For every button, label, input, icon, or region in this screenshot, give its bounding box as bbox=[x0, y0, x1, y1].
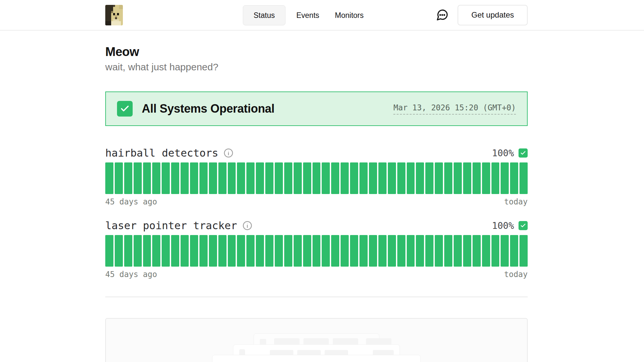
top-header: StatusEventsMonitors Get updates bbox=[0, 0, 644, 31]
uptime-bar[interactable] bbox=[313, 235, 321, 267]
nav-link-monitors[interactable]: Monitors bbox=[330, 5, 369, 25]
uptime-bar[interactable] bbox=[407, 162, 415, 194]
uptime-bar[interactable] bbox=[237, 235, 245, 267]
uptime-bar[interactable] bbox=[501, 162, 509, 194]
uptime-bar[interactable] bbox=[275, 235, 283, 267]
feedback-chat-button[interactable] bbox=[435, 8, 449, 22]
uptime-bar[interactable] bbox=[181, 235, 189, 267]
uptime-bar[interactable] bbox=[397, 235, 405, 267]
uptime-bar[interactable] bbox=[256, 162, 264, 194]
uptime-bar[interactable] bbox=[388, 235, 396, 267]
uptime-bar[interactable] bbox=[294, 235, 302, 267]
uptime-bar[interactable] bbox=[331, 162, 339, 194]
uptime-bar[interactable] bbox=[341, 235, 349, 267]
uptime-bar[interactable] bbox=[473, 235, 481, 267]
uptime-bar[interactable] bbox=[162, 162, 170, 194]
uptime-bar[interactable] bbox=[435, 235, 443, 267]
uptime-bar[interactable] bbox=[171, 235, 179, 267]
uptime-bar[interactable] bbox=[199, 235, 208, 267]
uptime-bar[interactable] bbox=[359, 162, 368, 194]
uptime-bar[interactable] bbox=[284, 162, 292, 194]
uptime-bar[interactable] bbox=[491, 162, 500, 194]
uptime-bar[interactable] bbox=[482, 162, 490, 194]
uptime-bar[interactable] bbox=[520, 235, 528, 267]
uptime-bar[interactable] bbox=[510, 162, 518, 194]
uptime-bar[interactable] bbox=[407, 235, 415, 267]
uptime-bar[interactable] bbox=[275, 162, 283, 194]
uptime-bar[interactable] bbox=[190, 235, 198, 267]
uptime-bar[interactable] bbox=[359, 235, 368, 267]
uptime-bar[interactable] bbox=[322, 162, 330, 194]
uptime-bar[interactable] bbox=[134, 162, 142, 194]
uptime-bar[interactable] bbox=[303, 162, 311, 194]
uptime-bar[interactable] bbox=[322, 235, 330, 267]
uptime-bar[interactable] bbox=[341, 162, 349, 194]
monitor-info-button[interactable] bbox=[224, 148, 233, 158]
uptime-bar[interactable] bbox=[331, 235, 339, 267]
uptime-bar[interactable] bbox=[303, 235, 311, 267]
uptime-bar[interactable] bbox=[425, 235, 433, 267]
uptime-bar[interactable] bbox=[171, 162, 179, 194]
uptime-bar[interactable] bbox=[454, 235, 462, 267]
uptime-bar[interactable] bbox=[246, 162, 255, 194]
uptime-bar[interactable] bbox=[143, 235, 151, 267]
uptime-bar[interactable] bbox=[473, 162, 481, 194]
uptime-bar[interactable] bbox=[218, 235, 227, 267]
uptime-bar[interactable] bbox=[501, 235, 509, 267]
uptime-bar[interactable] bbox=[162, 235, 170, 267]
uptime-bar[interactable] bbox=[228, 162, 236, 194]
uptime-bar[interactable] bbox=[350, 235, 358, 267]
uptime-bar[interactable] bbox=[369, 235, 377, 267]
uptime-bar[interactable] bbox=[265, 162, 273, 194]
uptime-bar[interactable] bbox=[482, 235, 490, 267]
uptime-bar[interactable] bbox=[444, 235, 452, 267]
uptime-bar[interactable] bbox=[115, 235, 123, 267]
uptime-bar[interactable] bbox=[378, 162, 387, 194]
uptime-bar[interactable] bbox=[209, 162, 217, 194]
nav-link-status[interactable]: Status bbox=[243, 5, 285, 25]
uptime-bar[interactable] bbox=[105, 235, 113, 267]
uptime-bar[interactable] bbox=[520, 162, 528, 194]
uptime-bar[interactable] bbox=[152, 235, 160, 267]
uptime-bar[interactable] bbox=[369, 162, 377, 194]
uptime-bar[interactable] bbox=[115, 162, 123, 194]
uptime-bar[interactable] bbox=[444, 162, 452, 194]
uptime-bar[interactable] bbox=[143, 162, 151, 194]
uptime-bar[interactable] bbox=[294, 162, 302, 194]
uptime-bar[interactable] bbox=[246, 235, 255, 267]
uptime-bar[interactable] bbox=[228, 235, 236, 267]
uptime-bar[interactable] bbox=[218, 162, 227, 194]
uptime-bar[interactable] bbox=[463, 235, 471, 267]
uptime-bar[interactable] bbox=[416, 162, 424, 194]
nav-link-events[interactable]: Events bbox=[291, 5, 324, 25]
uptime-bar[interactable] bbox=[491, 235, 500, 267]
uptime-bar[interactable] bbox=[265, 235, 273, 267]
site-logo-cat-avatar[interactable] bbox=[105, 5, 123, 25]
uptime-bar[interactable] bbox=[124, 162, 132, 194]
uptime-bar[interactable] bbox=[134, 235, 142, 267]
uptime-bar[interactable] bbox=[181, 162, 189, 194]
uptime-bar[interactable] bbox=[209, 235, 217, 267]
uptime-bar[interactable] bbox=[416, 235, 424, 267]
uptime-bar[interactable] bbox=[190, 162, 198, 194]
uptime-bar[interactable] bbox=[284, 235, 292, 267]
uptime-bar[interactable] bbox=[199, 162, 208, 194]
uptime-bar[interactable] bbox=[313, 162, 321, 194]
monitor-info-button[interactable] bbox=[242, 221, 252, 230]
banner-timestamp[interactable]: Mar 13, 2026 15:20 (GMT+0) bbox=[393, 103, 516, 115]
uptime-bar[interactable] bbox=[105, 162, 113, 194]
uptime-bar[interactable] bbox=[350, 162, 358, 194]
uptime-bar[interactable] bbox=[463, 162, 471, 194]
uptime-bar[interactable] bbox=[425, 162, 433, 194]
uptime-bar[interactable] bbox=[124, 235, 132, 267]
uptime-bar[interactable] bbox=[435, 162, 443, 194]
uptime-bar[interactable] bbox=[510, 235, 518, 267]
uptime-bar[interactable] bbox=[388, 162, 396, 194]
uptime-bar[interactable] bbox=[397, 162, 405, 194]
uptime-bar[interactable] bbox=[256, 235, 264, 267]
get-updates-button[interactable]: Get updates bbox=[458, 5, 528, 25]
uptime-bar[interactable] bbox=[237, 162, 245, 194]
uptime-bar[interactable] bbox=[454, 162, 462, 194]
uptime-bar[interactable] bbox=[378, 235, 387, 267]
uptime-bar[interactable] bbox=[152, 162, 160, 194]
